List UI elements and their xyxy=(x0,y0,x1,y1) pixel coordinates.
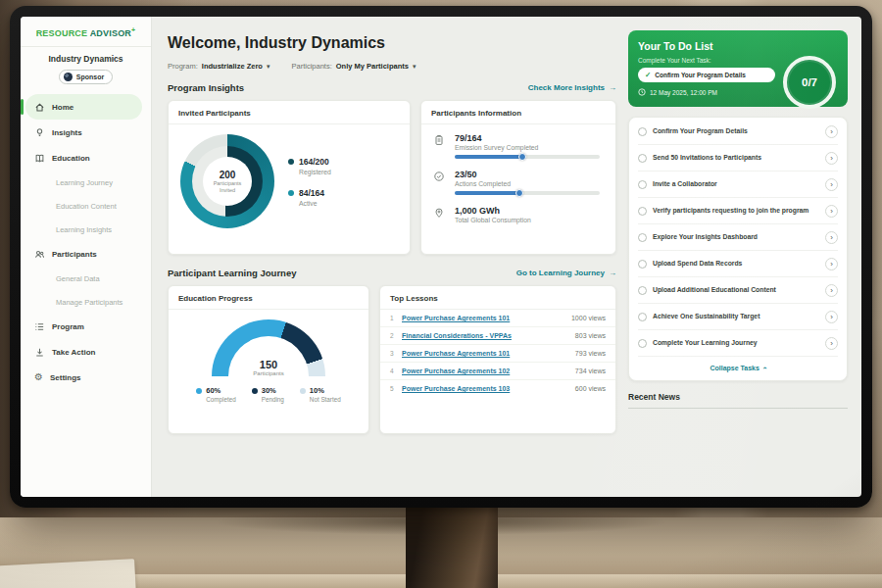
participants-filter-value: Only My Participants xyxy=(336,62,409,71)
task-row[interactable]: Verify participants requesting to join t… xyxy=(638,198,838,224)
sidebar-item-insights[interactable]: Insights xyxy=(21,120,151,145)
chevron-right-icon[interactable]: › xyxy=(825,152,838,165)
lesson-link[interactable]: Power Purchase Agreements 101 xyxy=(402,350,575,357)
chevron-right-icon[interactable]: › xyxy=(825,311,838,323)
participants-filter[interactable]: Participants: Only My Participants ▾ xyxy=(291,62,416,71)
task-checkbox[interactable] xyxy=(638,127,647,136)
legend-item-pending: 30% Pending xyxy=(252,386,284,403)
task-checkbox[interactable] xyxy=(638,286,647,295)
todo-progress-ring: 0/7 xyxy=(783,56,836,109)
next-task-pill[interactable]: ✓ Confirm Your Program Details xyxy=(638,68,775,82)
legend-value: 84/164 xyxy=(299,188,324,198)
lesson-link[interactable]: Power Purchase Agreements 101 xyxy=(402,315,571,321)
gauge-center-value: 150 xyxy=(260,359,277,370)
sponsor-badge[interactable]: Sponsor xyxy=(59,70,113,84)
chevron-right-icon[interactable]: › xyxy=(825,205,838,218)
sidebar-item-label: Education xyxy=(52,154,90,163)
lesson-row[interactable]: 2 Financial Considerations - VPPAs 803 v… xyxy=(380,327,615,345)
legend-label: Active xyxy=(299,200,331,207)
sidebar-item-program[interactable]: Program xyxy=(21,314,151,339)
task-row[interactable]: Send 50 Invitations to Participants › xyxy=(638,145,838,172)
program-filter[interactable]: Program: Industrialize Zero ▾ xyxy=(168,62,270,71)
task-checkbox[interactable] xyxy=(638,154,647,163)
stat-global-consumption: 1,000 GWh Total Global Consumption xyxy=(433,206,604,223)
sidebar-item-label: Program xyxy=(52,322,84,331)
sidebar-item-take-action[interactable]: Take Action xyxy=(21,339,151,365)
check-more-insights-link[interactable]: Check More Insights → xyxy=(528,83,616,92)
go-to-learning-journey-link[interactable]: Go to Learning Journey → xyxy=(516,269,616,277)
card-title: Invited Participants xyxy=(169,101,410,124)
sponsor-label: Sponsor xyxy=(76,74,104,80)
lesson-link[interactable]: Financial Considerations - VPPAs xyxy=(402,332,575,339)
program-insights-header: Program Insights Check More Insights → xyxy=(168,82,616,93)
lesson-link[interactable]: Power Purchase Agreements 103 xyxy=(402,385,575,392)
task-label: Complete Your Learning Journey xyxy=(653,339,819,348)
main-content: Welcome, Industry Dynamics Program: Indu… xyxy=(152,17,628,497)
sidebar: RESOURCE ADVISOR+ Industry Dynamics Spon… xyxy=(21,17,152,497)
legend-dot xyxy=(300,388,306,394)
lesson-views: 793 views xyxy=(575,350,606,357)
todo-progress-value: 0/7 xyxy=(802,76,817,88)
legend-value: 30% xyxy=(262,386,276,395)
task-row[interactable]: Upload Spend Data Records › xyxy=(638,251,838,277)
task-checkbox[interactable] xyxy=(638,339,647,348)
sidebar-item-participants[interactable]: Participants xyxy=(21,241,151,267)
sidebar-item-home[interactable]: Home xyxy=(25,94,142,120)
org-name: Industry Dynamics xyxy=(21,54,151,64)
arrow-right-icon: → xyxy=(609,269,616,277)
resource-advisor-logo: RESOURCE ADVISOR+ xyxy=(21,26,151,38)
sidebar-item-general-data[interactable]: General Data xyxy=(21,267,151,290)
task-row[interactable]: Confirm Your Program Details › xyxy=(638,119,838,145)
chevron-right-icon[interactable]: › xyxy=(825,178,838,191)
legend-dot xyxy=(196,388,202,394)
sidebar-item-education-content[interactable]: Education Content xyxy=(21,194,151,218)
chevron-right-icon[interactable]: › xyxy=(825,337,838,350)
link-label: Go to Learning Journey xyxy=(516,269,605,277)
chevron-right-icon[interactable]: › xyxy=(825,258,838,270)
task-checkbox[interactable] xyxy=(638,313,647,321)
program-icon xyxy=(34,321,45,332)
task-checkbox[interactable] xyxy=(638,207,647,216)
chevron-right-icon[interactable]: › xyxy=(825,284,838,297)
learning-journey-header: Participant Learning Journey Go to Learn… xyxy=(168,268,616,278)
task-row[interactable]: Upload Additional Educational Content › xyxy=(638,277,838,304)
lesson-link[interactable]: Power Purchase Agreements 102 xyxy=(402,368,575,374)
lesson-row[interactable]: 3 Power Purchase Agreements 101 793 view… xyxy=(380,345,615,363)
task-label: Invite a Collaborator xyxy=(653,180,819,189)
due-date: 12 May 2025, 12:00 PM xyxy=(650,89,717,96)
chevron-right-icon[interactable]: › xyxy=(825,231,838,244)
task-row[interactable]: Invite a Collaborator › xyxy=(638,172,838,198)
sidebar-item-learning-insights[interactable]: Learning Insights xyxy=(21,218,151,241)
legend-value: 10% xyxy=(310,386,324,395)
legend-label: Registered xyxy=(299,169,331,175)
recent-news-header: Recent News xyxy=(628,392,848,409)
sidebar-item-manage-participants[interactable]: Manage Participants xyxy=(21,290,151,314)
task-checkbox[interactable] xyxy=(638,233,647,242)
task-row[interactable]: Complete Your Learning Journey › xyxy=(638,330,838,357)
chevron-down-icon: ▾ xyxy=(413,63,416,71)
sidebar-item-education[interactable]: Education xyxy=(21,145,151,171)
take-action-icon xyxy=(34,347,45,358)
photo-scene: RESOURCE ADVISOR+ Industry Dynamics Spon… xyxy=(0,0,882,588)
stat-label: Emission Survey Completed xyxy=(455,144,600,151)
learning-cards-row: Education Progress 150 Participants 6 xyxy=(168,285,616,434)
page-title: Welcome, Industry Dynamics xyxy=(168,34,616,52)
next-task-label: Confirm Your Program Details xyxy=(655,72,746,78)
logo-resource: RESOURCE xyxy=(36,28,88,38)
chevron-right-icon[interactable]: › xyxy=(825,125,838,138)
task-label: Achieve One Sustainability Target xyxy=(653,313,819,321)
task-checkbox[interactable] xyxy=(638,260,647,269)
lesson-row[interactable]: 1 Power Purchase Agreements 101 1000 vie… xyxy=(380,310,615,327)
collapse-tasks-button[interactable]: Collapse Tasks › xyxy=(638,357,838,378)
stat-value: 1,000 GWh xyxy=(455,206,531,216)
task-row[interactable]: Explore Your Insights Dashboard › xyxy=(638,224,838,251)
legend-dot xyxy=(288,159,294,165)
sidebar-item-settings[interactable]: ⚙ Settings xyxy=(21,365,151,390)
lesson-rank: 1 xyxy=(390,315,402,321)
sidebar-item-learning-journey[interactable]: Learning Journey xyxy=(21,171,151,194)
lesson-row[interactable]: 5 Power Purchase Agreements 103 600 view… xyxy=(380,380,615,397)
lesson-row[interactable]: 4 Power Purchase Agreements 102 734 view… xyxy=(380,363,615,380)
task-row[interactable]: Achieve One Sustainability Target › xyxy=(638,304,838,330)
task-checkbox[interactable] xyxy=(638,180,647,189)
sidebar-item-label: Education Content xyxy=(56,202,117,211)
